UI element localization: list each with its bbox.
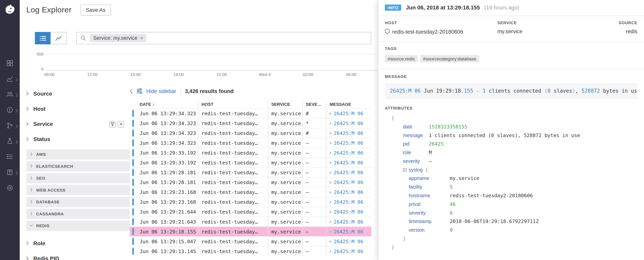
log-message-cell[interactable]: 26425:M 06 bbox=[326, 158, 371, 168]
chip-remove-icon[interactable]: × bbox=[140, 35, 143, 41]
log-service-cell[interactable]: my.service bbox=[268, 118, 302, 128]
facet-group-web-access[interactable]: WEB ACCESS bbox=[26, 185, 130, 195]
notebooks-nav-item[interactable] bbox=[0, 152, 20, 163]
log-service-cell[interactable]: my.service bbox=[268, 148, 302, 158]
log-severity-cell[interactable]: – bbox=[302, 246, 326, 256]
log-service-cell[interactable]: my.service bbox=[268, 109, 302, 118]
attribute-row[interactable]: hostnameredis-test-tuesday2-20180606 bbox=[385, 191, 638, 200]
hide-sidebar-link[interactable]: Hide sidebar bbox=[146, 88, 176, 94]
facet-role[interactable]: Role bbox=[26, 236, 130, 251]
log-host-cell[interactable]: redis-test-tuesday… bbox=[198, 207, 268, 217]
expand-caret-icon[interactable] bbox=[330, 112, 331, 115]
log-row[interactable]: Jun 06 13:29:34.323redis-test-tuesday…my… bbox=[130, 128, 371, 138]
log-row[interactable]: Jun 06 13:29:34.323redis-test-tuesday…my… bbox=[130, 109, 371, 118]
log-host-cell[interactable]: redis-test-tuesday… bbox=[198, 109, 268, 118]
log-service-cell[interactable]: my.service bbox=[268, 177, 302, 187]
facet-source[interactable]: Source bbox=[26, 86, 130, 101]
log-host-cell[interactable]: redis-test-tuesday… bbox=[198, 246, 268, 256]
log-service-cell[interactable]: my.service bbox=[268, 217, 302, 227]
facet-group-elasticsearch[interactable]: ELASTICSEARCH bbox=[26, 161, 130, 172]
log-severity-cell[interactable]: # bbox=[302, 109, 326, 118]
log-message-cell[interactable]: 26425:M 06 bbox=[326, 177, 371, 187]
log-service-cell[interactable]: my.service bbox=[268, 187, 302, 197]
log-severity-cell[interactable]: – bbox=[302, 177, 326, 187]
log-host-cell[interactable]: redis-test-tuesday… bbox=[198, 197, 268, 207]
log-service-cell[interactable]: my.service bbox=[268, 128, 302, 138]
expand-caret-icon[interactable] bbox=[330, 230, 331, 233]
attribute-row[interactable]: roleM bbox=[385, 148, 638, 157]
expand-caret-icon[interactable] bbox=[330, 141, 331, 145]
log-message-cell[interactable]: 26425:M 06 bbox=[326, 128, 371, 138]
log-service-cell[interactable]: my.service bbox=[268, 246, 302, 256]
expand-caret-icon[interactable] bbox=[330, 181, 331, 184]
log-message-cell[interactable]: 26425:M 06 bbox=[326, 197, 371, 207]
attribute-row[interactable]: } bbox=[385, 243, 638, 252]
expand-caret-icon[interactable] bbox=[330, 151, 331, 154]
log-service-cell[interactable]: my.service bbox=[268, 138, 302, 148]
log-row[interactable]: Jun 06 13:29:18.155redis-test-tuesday…my… bbox=[130, 227, 371, 237]
log-date-cell[interactable]: Jun 06 13:29:28.181 bbox=[136, 168, 198, 177]
attribute-row[interactable]: date1528313358155 bbox=[385, 123, 638, 131]
log-service-cell[interactable]: my.service bbox=[268, 227, 302, 237]
attribute-row[interactable]: message1 clients connected (0 slaves), 5… bbox=[385, 131, 638, 140]
log-message-cell[interactable]: 26425:M 06 bbox=[326, 118, 371, 128]
attribute-row[interactable]: } bbox=[385, 235, 638, 243]
facet-group-seo[interactable]: SEO bbox=[26, 173, 130, 183]
attribute-row[interactable]: prival46 bbox=[385, 200, 638, 209]
log-severity-cell[interactable]: # bbox=[302, 128, 326, 138]
expand-caret-icon[interactable] bbox=[330, 200, 331, 204]
expand-caret-icon[interactable] bbox=[330, 191, 331, 194]
log-severity-cell[interactable]: – bbox=[302, 227, 326, 237]
log-row[interactable]: Jun 06 13:29:15.047redis-test-tuesday…my… bbox=[130, 237, 371, 246]
infrastructure-nav-item[interactable] bbox=[0, 74, 20, 85]
log-host-cell[interactable]: redis-test-tuesday… bbox=[198, 187, 268, 197]
log-severity-cell[interactable]: – bbox=[302, 138, 326, 148]
host-value[interactable]: redis-test-tuesday2-20180606 bbox=[392, 29, 463, 35]
log-host-cell[interactable]: redis-test-tuesday… bbox=[198, 158, 268, 168]
log-date-cell[interactable]: Jun 06 13:29:33.192 bbox=[136, 158, 198, 168]
collapse-sidebar-icon[interactable] bbox=[130, 89, 133, 93]
attribute-row[interactable]: syslog{ bbox=[385, 166, 638, 174]
log-row[interactable]: Jun 06 13:29:34.323redis-test-tuesday…my… bbox=[130, 118, 371, 128]
log-date-cell[interactable]: Jun 06 13:29:28.181 bbox=[136, 177, 198, 187]
log-severity-cell[interactable]: – bbox=[302, 217, 326, 227]
expand-caret-icon[interactable] bbox=[330, 210, 331, 214]
expand-caret-icon[interactable] bbox=[330, 240, 331, 243]
log-host-cell[interactable]: redis-test-tuesday… bbox=[198, 118, 268, 128]
facet-group-cassandra[interactable]: CASSANDRA bbox=[26, 209, 130, 219]
log-date-cell[interactable]: Jun 06 13:29:18.155 bbox=[136, 227, 198, 237]
log-service-cell[interactable]: my.service bbox=[268, 197, 302, 207]
log-host-cell[interactable]: redis-test-tuesday… bbox=[198, 168, 268, 177]
log-date-cell[interactable]: Jun 06 13:29:13.145 bbox=[136, 246, 198, 256]
expand-caret-icon[interactable] bbox=[330, 220, 331, 224]
logs-nav-item[interactable] bbox=[0, 167, 20, 179]
log-host-cell[interactable]: redis-test-tuesday… bbox=[198, 217, 268, 227]
tag-chip[interactable]: #source:redis bbox=[385, 55, 418, 62]
log-message-cell[interactable]: 26425:M 06 bbox=[326, 109, 371, 118]
log-date-cell[interactable]: Jun 06 13:29:34.323 bbox=[136, 118, 198, 128]
service-value[interactable]: my.service bbox=[497, 28, 522, 34]
column-header-service[interactable]: SERVICE bbox=[268, 100, 302, 109]
facet-status[interactable]: Status bbox=[26, 132, 130, 147]
log-message-cell[interactable]: 26425:M 06 bbox=[326, 217, 371, 227]
sort-desc-icon[interactable]: ↓ bbox=[152, 102, 154, 107]
facet-group-aws[interactable]: AWS bbox=[26, 149, 130, 160]
log-row[interactable]: Jun 06 13:29:23.168redis-test-tuesday…my… bbox=[130, 197, 371, 207]
message-block[interactable]: 26425:M 06 Jun 19:29:18.155 – 1 clients … bbox=[385, 83, 638, 99]
facet-group-redis[interactable]: REDIS bbox=[26, 221, 130, 231]
facet-filter-icon[interactable] bbox=[109, 121, 116, 127]
log-date-cell[interactable]: Jun 06 13:29:34.323 bbox=[136, 128, 198, 138]
search-input[interactable]: Service: my.service × bbox=[76, 32, 371, 44]
graph-view-button[interactable] bbox=[50, 32, 66, 44]
log-service-cell[interactable]: my.service bbox=[268, 158, 302, 168]
log-row[interactable]: Jun 06 13:29:13.145redis-test-tuesday…my… bbox=[130, 246, 371, 256]
log-row[interactable]: Jun 06 13:29:33.192redis-test-tuesday…my… bbox=[130, 158, 371, 168]
log-severity-cell[interactable]: – bbox=[302, 158, 326, 168]
source-value[interactable]: redis bbox=[626, 28, 638, 34]
log-severity-cell[interactable]: – bbox=[302, 197, 326, 207]
expand-caret-icon[interactable] bbox=[330, 122, 331, 125]
column-header-host[interactable]: HOST bbox=[198, 100, 268, 109]
log-host-cell[interactable]: redis-test-tuesday… bbox=[198, 237, 268, 246]
column-header-message[interactable]: MESSAGE bbox=[326, 100, 371, 109]
log-row[interactable]: Jun 06 13:29:21.644redis-test-tuesday…my… bbox=[130, 207, 371, 217]
